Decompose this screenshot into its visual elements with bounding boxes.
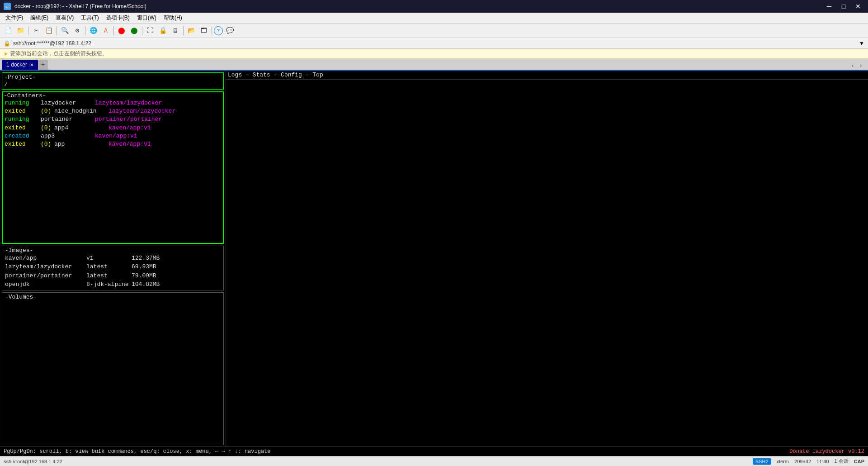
maximize-button[interactable]: □ (837, 0, 850, 13)
tab-list: 1 docker ✕ + (2, 60, 48, 70)
image-name: portainer/portainer (5, 271, 86, 281)
tab-prev-button[interactable]: ‹ (849, 62, 856, 70)
container-status: exited (5, 140, 41, 148)
toolbar-sep-4 (113, 26, 114, 35)
toolbar-safe[interactable]: ⬤ (128, 25, 140, 37)
image-tag: latest (86, 262, 132, 271)
right-panel: Logs - Stats - Config - Top (226, 71, 868, 446)
logs-label[interactable]: Logs (228, 71, 242, 78)
protocol-badge: SSH2 (753, 458, 771, 465)
toolbar-lock[interactable]: 🔒 (157, 25, 169, 37)
toolbar-open[interactable]: 📁 (14, 25, 26, 37)
list-item[interactable]: exited (0) app4 kaven/app:v1 (3, 124, 223, 132)
separator: - (245, 71, 253, 78)
tab-docker[interactable]: 1 docker ✕ (2, 60, 38, 70)
menu-tabs[interactable]: 选项卡(B) (103, 13, 133, 23)
container-image: kaven/app:v1 (108, 140, 151, 148)
notification-text: 要添加当前会话，点击左侧的箭头按钮。 (10, 50, 108, 57)
toolbar-new[interactable]: 📄 (2, 25, 14, 37)
close-button[interactable]: ✕ (852, 0, 864, 13)
app-icon: 🐳 (4, 3, 11, 10)
toolbar-font[interactable]: A (100, 25, 112, 37)
terminal-dimensions: 209×42 (794, 459, 811, 464)
current-time: 11:40 (816, 459, 829, 464)
container-exit-code: (0) (41, 124, 54, 132)
toolbar-color[interactable]: 🌐 (87, 25, 99, 37)
menu-edit[interactable]: 编辑(E) (27, 13, 52, 23)
menu-file[interactable]: 文件(F) (2, 13, 27, 23)
key-hints: PgUp/PgDn: scroll, b: view bulk commands… (4, 448, 271, 455)
address-bar: 🔒 ssh://root:******@192.168.1.4:22 ▼ (0, 38, 868, 49)
containers-section: -Containers- running lazydocker lazyteam… (2, 91, 224, 244)
menu-help[interactable]: 帮助(H) (160, 13, 186, 23)
volumes-section: -Volumes- (2, 292, 224, 446)
version-number: lazydocker v0.12 (812, 448, 864, 455)
toolbar-expand[interactable]: ⛶ (144, 25, 156, 37)
container-status: exited (5, 124, 41, 132)
list-item[interactable]: exited (0) nice_hodgkin lazyteam/lazydoc… (3, 107, 223, 115)
container-name: portainer (41, 115, 95, 124)
list-item[interactable]: portainer/portainer latest 79.09MB (4, 271, 222, 281)
stats-label[interactable]: Stats (253, 71, 270, 78)
notification-bar: ➤ 要添加当前会话，点击左侧的箭头按钮。 (0, 49, 868, 59)
menu-view[interactable]: 查看(V) (52, 13, 77, 23)
image-size: 79.09MB (132, 271, 156, 281)
list-item[interactable]: openjdk 8-jdk-alpine 104.82MB (4, 280, 222, 289)
left-panel: -Project- / -Containers- running lazydoc… (0, 71, 226, 446)
toolbar-settings[interactable]: ⚙ (71, 25, 83, 37)
toolbar-find[interactable]: 🔍 (59, 25, 71, 37)
list-item[interactable]: running lazydocker lazyteam/lazydocker (3, 99, 223, 107)
cap-indicator: CAP (854, 459, 864, 464)
menu-tools[interactable]: 工具(T) (77, 13, 102, 23)
window-title: docker - root@192:~ - Xshell 7 (Free for… (14, 3, 146, 10)
title-left: 🐳 docker - root@192:~ - Xshell 7 (Free f… (4, 3, 146, 10)
right-panel-content (226, 80, 868, 446)
donate-link[interactable]: Donate (789, 448, 809, 455)
list-item[interactable]: exited (0) app kaven/app:v1 (3, 140, 223, 148)
top-label[interactable]: Top (312, 71, 323, 78)
toolbar-stop[interactable]: ⬤ (116, 25, 127, 37)
main-content: -Project- / -Containers- running lazydoc… (0, 71, 868, 446)
container-status: created (5, 132, 41, 140)
toolbar-minus[interactable]: 🗔 (198, 25, 210, 37)
toolbar-folder[interactable]: 📂 (185, 25, 197, 37)
container-exit-code: (0) (41, 140, 54, 148)
list-item[interactable]: kaven/app v1 122.37MB (4, 254, 222, 263)
project-path: / (4, 81, 222, 88)
list-item[interactable]: created app3 kaven/app:v1 (3, 132, 223, 140)
toolbar-screen[interactable]: 🖥 (170, 25, 181, 37)
images-section-title: -Images- (4, 247, 222, 254)
tab-bar: 1 docker ✕ + ‹ › (0, 59, 868, 71)
toolbar-sep-5 (142, 26, 142, 35)
container-status: running (5, 115, 41, 124)
address-scroll[interactable]: ▼ (859, 40, 864, 47)
image-name: openjdk (5, 280, 86, 289)
container-image: kaven/app:v1 (108, 124, 151, 132)
status-bar-right: Donate lazydocker v0.12 (789, 448, 864, 455)
tab-close-button[interactable]: ✕ (30, 62, 33, 67)
container-image: portainer/portainer (95, 115, 162, 124)
container-image: lazyteam/lazydocker (95, 99, 162, 107)
toolbar-help[interactable]: ? (214, 26, 223, 35)
notification-arrow-icon: ➤ (4, 51, 8, 57)
toolbar-chat[interactable]: 💬 (224, 25, 236, 37)
container-name: lazydocker (41, 99, 95, 107)
toolbar-cut[interactable]: ✂ (30, 25, 42, 37)
address-text: ssh://root:******@192.168.1.4:22 (13, 40, 91, 47)
minimize-button[interactable]: ─ (823, 0, 835, 13)
container-name: app (54, 140, 108, 148)
title-bar: 🐳 docker - root@192:~ - Xshell 7 (Free f… (0, 0, 868, 13)
menu-window[interactable]: 窗口(W) (133, 13, 160, 23)
tab-add-button[interactable]: + (38, 60, 48, 70)
toolbar-copy[interactable]: 📋 (43, 25, 55, 37)
list-item[interactable]: running portainer portainer/portainer (3, 115, 223, 124)
container-name: app3 (41, 132, 95, 140)
container-exit-code: (0) (41, 107, 54, 115)
image-size: 104.82MB (132, 280, 160, 289)
list-item[interactable]: lazyteam/lazydocker latest 69.93MB (4, 262, 222, 271)
tab-navigation: ‹ › (849, 62, 866, 70)
config-label[interactable]: Config (281, 71, 302, 78)
separator3: - (306, 71, 313, 78)
tab-next-button[interactable]: › (857, 62, 864, 70)
toolbar-sep-7 (212, 26, 212, 35)
